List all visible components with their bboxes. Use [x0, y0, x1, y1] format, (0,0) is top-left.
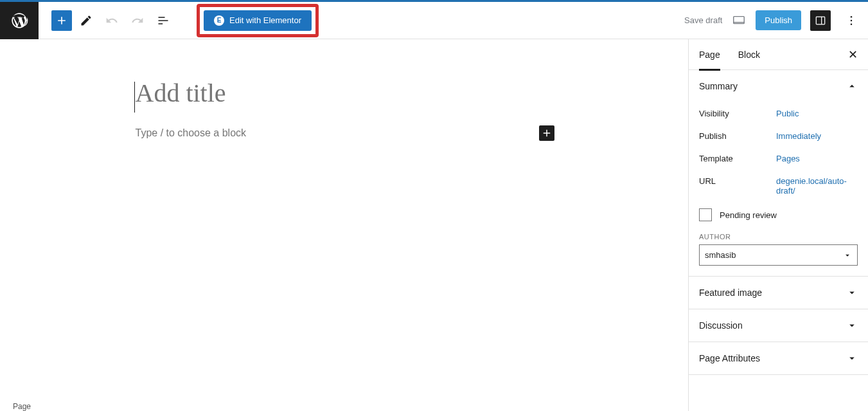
template-label: Template	[699, 154, 776, 163]
publish-label: Publish	[699, 131, 776, 141]
page-attributes-panel: Page Attributes	[689, 342, 868, 375]
settings-toggle-button[interactable]	[810, 10, 831, 31]
url-label: URL	[699, 176, 776, 196]
main-area: Type / to choose a block Page Block ✕ Su…	[0, 39, 868, 411]
pending-review-label: Pending review	[720, 210, 777, 220]
content-placeholder[interactable]: Type / to choose a block	[136, 127, 247, 139]
footer-breadcrumb: Page	[13, 402, 31, 411]
plus-icon	[55, 14, 68, 27]
content-area: Type / to choose a block	[136, 127, 553, 139]
pending-review-row: Pending review	[699, 202, 858, 228]
add-block-button[interactable]	[51, 10, 72, 31]
options-menu-button[interactable]	[840, 9, 863, 32]
discussion-label: Discussion	[699, 320, 743, 331]
tab-page[interactable]: Page	[699, 39, 720, 70]
discussion-panel: Discussion	[689, 309, 868, 342]
summary-body: Visibility Public Publish Immediately Te…	[689, 102, 868, 276]
elementor-highlight: E Edit with Elementor	[197, 4, 319, 37]
featured-image-header[interactable]: Featured image	[689, 277, 868, 309]
elementor-icon: E	[214, 15, 224, 26]
elementor-label: Edit with Elementor	[229, 15, 301, 25]
visibility-row: Visibility Public	[699, 102, 858, 125]
page-attributes-label: Page Attributes	[699, 353, 760, 363]
editor-canvas: Type / to choose a block	[0, 39, 688, 411]
visibility-value[interactable]: Public	[776, 109, 858, 118]
author-value: smhasib	[705, 250, 736, 260]
redo-icon	[131, 14, 144, 27]
template-row: Template Pages	[699, 147, 858, 170]
desktop-icon	[732, 14, 746, 28]
toolbar-right: Save draft Publish	[684, 9, 868, 32]
kebab-icon	[845, 14, 858, 27]
author-select[interactable]: smhasib	[699, 244, 858, 266]
featured-image-label: Featured image	[699, 288, 762, 298]
pencil-icon	[80, 14, 93, 27]
sidebar-icon	[814, 14, 827, 27]
publish-value[interactable]: Immediately	[776, 131, 858, 141]
preview-button[interactable]	[731, 13, 747, 28]
page-attributes-header[interactable]: Page Attributes	[689, 342, 868, 374]
sidebar-tabs: Page Block ✕	[689, 39, 868, 70]
svg-point-4	[851, 19, 853, 21]
text-cursor	[134, 82, 135, 113]
list-view-icon	[157, 14, 170, 27]
featured-image-panel: Featured image	[689, 277, 868, 309]
wordpress-logo[interactable]	[0, 2, 39, 39]
wordpress-icon	[10, 12, 28, 30]
redo-button[interactable]	[126, 9, 149, 32]
chevron-down-icon	[843, 251, 852, 260]
undo-button[interactable]	[100, 9, 123, 32]
toolbar-left: E Edit with Elementor	[39, 4, 319, 37]
add-block-inline-button[interactable]	[539, 125, 554, 141]
close-sidebar-button[interactable]: ✕	[848, 48, 858, 62]
save-draft-button[interactable]: Save draft	[684, 15, 722, 25]
publish-row: Publish Immediately	[699, 125, 858, 147]
chevron-up-icon	[846, 80, 858, 92]
chevron-down-icon	[846, 287, 858, 298]
visibility-label: Visibility	[699, 109, 776, 118]
summary-header[interactable]: Summary	[689, 70, 868, 102]
discussion-header[interactable]: Discussion	[689, 309, 868, 342]
edit-with-elementor-button[interactable]: E Edit with Elementor	[204, 10, 312, 31]
template-value[interactable]: Pages	[776, 154, 858, 163]
summary-heading: Summary	[699, 81, 738, 91]
top-toolbar: E Edit with Elementor Save draft Publish	[0, 0, 868, 39]
plus-icon	[541, 127, 553, 139]
svg-rect-1	[816, 17, 824, 24]
title-input[interactable]	[136, 78, 553, 108]
author-label: AUTHOR	[699, 228, 858, 244]
undo-icon	[105, 14, 118, 27]
url-row: URL degenie.local/auto-draft/	[699, 170, 858, 202]
svg-point-3	[851, 15, 853, 17]
chevron-down-icon	[846, 352, 858, 364]
url-value[interactable]: degenie.local/auto-draft/	[776, 176, 858, 196]
summary-panel: Summary Visibility Public Publish Immedi…	[689, 70, 868, 277]
svg-point-5	[851, 23, 853, 25]
title-area	[136, 78, 553, 108]
settings-sidebar: Page Block ✕ Summary Visibility Public P…	[688, 39, 868, 411]
document-overview-button[interactable]	[152, 9, 175, 32]
pending-review-checkbox[interactable]	[699, 208, 712, 221]
chevron-down-icon	[846, 320, 858, 331]
publish-button[interactable]: Publish	[756, 10, 801, 30]
edit-mode-button[interactable]	[75, 9, 98, 32]
tab-block[interactable]: Block	[738, 39, 760, 70]
